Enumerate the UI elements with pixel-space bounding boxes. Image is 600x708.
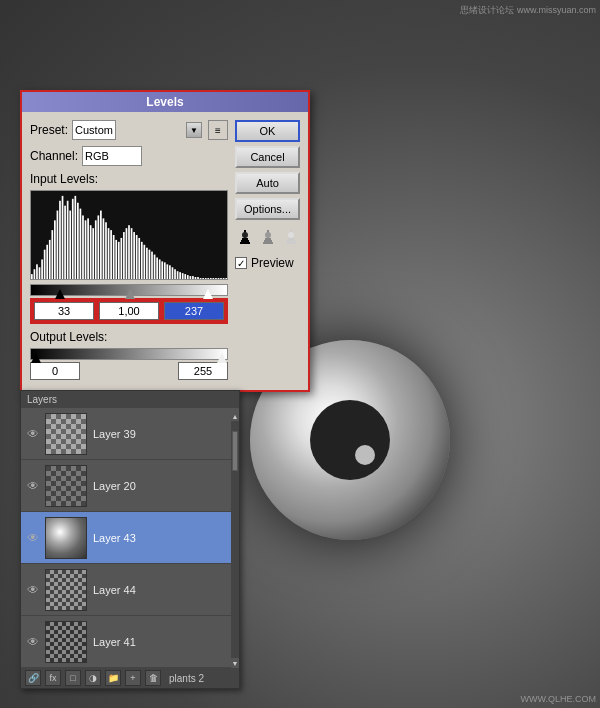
- svg-rect-29: [105, 222, 107, 279]
- scroll-up-arrow[interactable]: ▲: [231, 411, 239, 421]
- output-white-thumb[interactable]: [217, 353, 227, 363]
- scroll-thumb[interactable]: [232, 431, 238, 471]
- layer-row[interactable]: 👁 Layer 39: [21, 408, 239, 460]
- svg-rect-45: [146, 248, 148, 279]
- input-black-thumb[interactable]: [55, 289, 65, 299]
- svg-rect-60: [184, 274, 186, 279]
- layer-new-icon[interactable]: +: [125, 670, 141, 686]
- layer-row[interactable]: 👁 Layer 41: [21, 616, 239, 668]
- layer-delete-icon[interactable]: 🗑: [145, 670, 161, 686]
- svg-rect-51: [161, 261, 163, 279]
- svg-rect-59: [182, 273, 184, 279]
- layer-link-icon[interactable]: 🔗: [25, 670, 41, 686]
- svg-rect-27: [100, 211, 102, 279]
- layer-row[interactable]: 👁 Layer 44: [21, 564, 239, 616]
- svg-rect-2: [36, 264, 38, 279]
- preview-checkbox[interactable]: ✓: [235, 257, 247, 269]
- eyedropper-white-icon[interactable]: [281, 228, 300, 248]
- preset-select-wrapper: Custom ▼: [72, 120, 204, 140]
- watermark-bottom: WWW.QLHE.COM: [521, 694, 597, 704]
- layers-scrollbar[interactable]: ▲ ▼: [231, 411, 239, 668]
- svg-rect-67: [202, 278, 204, 279]
- cancel-button[interactable]: Cancel: [235, 146, 300, 168]
- layer-visibility-icon[interactable]: 👁: [25, 634, 41, 650]
- svg-rect-40: [133, 232, 135, 279]
- watermark-top: 思绪设计论坛 www.missyuan.com: [460, 4, 596, 17]
- layer-visibility-icon[interactable]: 👁: [25, 530, 41, 546]
- output-levels-label: Output Levels:: [30, 330, 228, 344]
- svg-point-81: [242, 232, 248, 238]
- layer-adjustment-icon[interactable]: ◑: [85, 670, 101, 686]
- input-mid-thumb[interactable]: [125, 289, 135, 299]
- channel-select[interactable]: RGB: [82, 146, 142, 166]
- preview-label: Preview: [251, 256, 294, 270]
- svg-rect-47: [151, 252, 153, 279]
- bg-pupil: [310, 400, 390, 480]
- svg-rect-17: [74, 196, 76, 279]
- svg-rect-5: [44, 250, 46, 279]
- svg-rect-58: [179, 272, 181, 279]
- layer-visibility-icon[interactable]: 👁: [25, 426, 41, 442]
- layer-row-selected[interactable]: 👁 Layer 43: [21, 512, 239, 564]
- layer-thumbnail: [45, 413, 87, 455]
- dialog-buttons: OK Cancel Auto Options...: [235, 120, 300, 270]
- input-mid-value[interactable]: [99, 302, 159, 320]
- output-gradient-slider[interactable]: [30, 348, 228, 360]
- dialog-titlebar: Levels: [22, 92, 308, 112]
- svg-rect-19: [80, 209, 82, 279]
- layer-thumbnail: [45, 621, 87, 663]
- input-white-value[interactable]: [164, 302, 224, 320]
- bg-highlight: [355, 445, 375, 465]
- ok-button[interactable]: OK: [235, 120, 300, 142]
- svg-rect-30: [108, 228, 110, 279]
- layer-fx-icon[interactable]: fx: [45, 670, 61, 686]
- output-white-value[interactable]: [178, 362, 228, 380]
- preset-dropdown-arrow[interactable]: ▼: [186, 122, 202, 138]
- svg-rect-55: [172, 267, 174, 279]
- svg-rect-28: [103, 218, 105, 279]
- svg-rect-57: [177, 271, 179, 279]
- svg-rect-88: [288, 238, 294, 240]
- svg-rect-32: [113, 235, 115, 279]
- svg-rect-76: [225, 278, 227, 279]
- svg-rect-10: [57, 211, 59, 279]
- svg-rect-56: [174, 269, 176, 279]
- layer-mask-icon[interactable]: □: [65, 670, 81, 686]
- output-black-value[interactable]: [30, 362, 80, 380]
- svg-rect-39: [131, 228, 133, 279]
- layer-row[interactable]: 👁 Layer 20: [21, 460, 239, 512]
- output-black-thumb[interactable]: [31, 353, 41, 363]
- svg-rect-72: [215, 278, 217, 279]
- layer-name: Layer 41: [93, 636, 136, 648]
- svg-rect-62: [190, 276, 192, 279]
- layer-visibility-icon[interactable]: 👁: [25, 478, 41, 494]
- layers-title: Layers: [27, 394, 57, 405]
- scroll-track: [231, 421, 239, 658]
- layer-folder-icon[interactable]: 📁: [105, 670, 121, 686]
- dialog-title: Levels: [146, 95, 183, 109]
- options-button[interactable]: Options...: [235, 198, 300, 220]
- layer-visibility-icon[interactable]: 👁: [25, 582, 41, 598]
- svg-rect-3: [39, 267, 41, 279]
- auto-button[interactable]: Auto: [235, 172, 300, 194]
- eyedropper-gray-icon[interactable]: [258, 228, 277, 248]
- channel-label: Channel:: [30, 149, 78, 163]
- preset-select[interactable]: Custom: [72, 120, 116, 140]
- svg-rect-42: [138, 238, 140, 279]
- svg-rect-73: [218, 278, 220, 279]
- svg-rect-4: [41, 259, 43, 279]
- preset-menu-btn[interactable]: ≡: [208, 120, 228, 140]
- scroll-down-arrow[interactable]: ▼: [231, 658, 239, 668]
- svg-rect-78: [242, 238, 248, 240]
- svg-rect-20: [82, 215, 84, 279]
- layers-panel: Layers 👁 Layer 39 👁 Layer 20 👁 Layer 43 …: [20, 390, 240, 689]
- svg-rect-65: [197, 277, 199, 279]
- svg-rect-48: [154, 255, 156, 279]
- eyedropper-black-icon[interactable]: [235, 228, 254, 248]
- input-white-thumb[interactable]: [203, 289, 213, 299]
- input-gradient-slider[interactable]: [30, 284, 228, 296]
- svg-rect-12: [62, 196, 64, 279]
- input-black-value[interactable]: [34, 302, 94, 320]
- svg-rect-53: [166, 264, 168, 279]
- svg-rect-75: [223, 278, 225, 279]
